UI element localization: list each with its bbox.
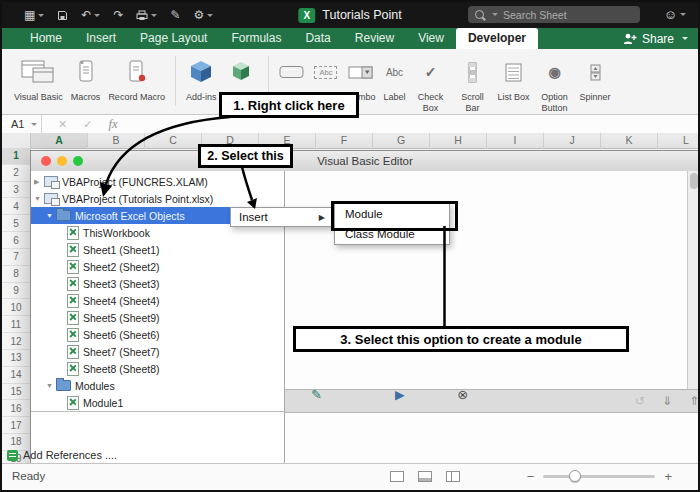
column-header[interactable]: A: [31, 133, 88, 148]
tree-item-sheet6[interactable]: Sheet6 (Sheet6): [31, 326, 284, 343]
column-header[interactable]: K: [601, 133, 658, 148]
tab-review[interactable]: Review: [343, 28, 406, 49]
tree-item-vbaproject-tutorials-point[interactable]: ▼ VBAProject (Tutorials Point.xlsx): [31, 190, 284, 207]
name-box[interactable]: A1: [2, 115, 42, 133]
add-references-item[interactable]: Add References ....: [7, 449, 117, 461]
search-input[interactable]: Search Sheet: [468, 6, 640, 23]
tab-data[interactable]: Data: [293, 28, 342, 49]
macros-button[interactable]: Macros: [71, 54, 101, 103]
row-header[interactable]: 16: [2, 400, 30, 417]
row-header[interactable]: 2: [2, 165, 30, 182]
row-header[interactable]: 8: [2, 266, 30, 283]
zoom-out-icon[interactable]: −: [527, 469, 535, 484]
scroll-bar-control[interactable]: Scroll Bar: [456, 54, 490, 114]
add-ins-button[interactable]: Add-ins: [186, 54, 217, 103]
column-header[interactable]: B: [88, 133, 145, 148]
row-header[interactable]: 10: [2, 299, 30, 316]
tree-item-sheet7[interactable]: Sheet7 (Sheet7): [31, 343, 284, 360]
chevron-right-icon[interactable]: ▶: [34, 178, 44, 186]
zoom-slider[interactable]: [543, 475, 655, 478]
tree-item-sheet1[interactable]: Sheet1 (Sheet1): [31, 241, 284, 258]
row-header[interactable]: 11: [2, 316, 30, 333]
column-header[interactable]: L: [658, 133, 698, 148]
row-header[interactable]: 6: [2, 232, 30, 249]
row-header[interactable]: 1: [2, 148, 30, 165]
vbe-titlebar[interactable]: Visual Basic Editor: [31, 151, 699, 172]
grid-icon[interactable]: ▦: [24, 9, 44, 21]
zoom-slider-knob[interactable]: [569, 470, 581, 482]
cancel-icon[interactable]: ✕: [58, 118, 67, 131]
tree-item-sheet8[interactable]: Sheet8 (Sheet8): [31, 360, 284, 377]
menu-item-class-module[interactable]: Class Module: [335, 224, 449, 244]
feedback-smiley-icon[interactable]: ☺: [664, 7, 686, 22]
visual-basic-button[interactable]: Visual Basic: [14, 54, 63, 103]
tree-item-sheet2[interactable]: Sheet2 (Sheet2): [31, 258, 284, 275]
tab-insert[interactable]: Insert: [74, 28, 128, 49]
tree-item-sheet4[interactable]: Sheet4 (Sheet4): [31, 292, 284, 309]
page-break-view-icon[interactable]: [446, 471, 460, 482]
run-icon[interactable]: ▶: [395, 389, 440, 413]
page-layout-view-icon[interactable]: [418, 471, 432, 482]
record-macro-button[interactable]: Record Macro: [108, 54, 165, 103]
scrollbar-thumb[interactable]: [690, 173, 698, 189]
save-icon[interactable]: [57, 10, 68, 21]
column-header[interactable]: H: [430, 133, 487, 148]
tree-item-vbaproject-funcres[interactable]: ▶ VBAProject (FUNCRES.XLAM): [31, 173, 284, 190]
menu-item-module[interactable]: Module: [335, 204, 449, 224]
tools-icon[interactable]: ⚙: [194, 9, 214, 21]
tab-home[interactable]: Home: [18, 28, 74, 49]
reset-icon[interactable]: ↺: [635, 395, 645, 407]
row-header[interactable]: 9: [2, 283, 30, 300]
row-header[interactable]: 3: [2, 182, 30, 199]
spinner-control[interactable]: Spinner: [580, 54, 611, 103]
context-menu-insert[interactable]: Insert ▶: [230, 207, 334, 227]
stop-icon[interactable]: ⊗: [457, 388, 618, 414]
zoom-window-icon[interactable]: [73, 156, 83, 166]
chevron-down-icon[interactable]: ▼: [34, 195, 44, 202]
row-header[interactable]: 17: [2, 417, 30, 434]
row-header[interactable]: 15: [2, 384, 30, 401]
check-box-control[interactable]: ✓ Check Box: [414, 54, 448, 114]
column-header[interactable]: F: [316, 133, 373, 148]
option-button-control[interactable]: ◉ Option Button: [538, 54, 572, 114]
tree-item-modules[interactable]: ▼ Modules: [31, 377, 284, 394]
close-icon[interactable]: [41, 156, 51, 166]
tab-developer[interactable]: Developer: [456, 28, 538, 49]
list-box-control[interactable]: List Box: [498, 54, 530, 103]
chevron-down-icon[interactable]: ▼: [46, 212, 56, 219]
column-header[interactable]: C: [145, 133, 202, 148]
chevron-down-icon[interactable]: ▼: [46, 382, 56, 389]
row-header[interactable]: 14: [2, 367, 30, 384]
row-header[interactable]: 13: [2, 350, 30, 367]
tab-formulas[interactable]: Formulas: [219, 28, 293, 49]
format-icon[interactable]: ✎: [170, 9, 180, 21]
minimize-icon[interactable]: [57, 156, 67, 166]
row-header[interactable]: 5: [2, 215, 30, 232]
insert-function-icon[interactable]: fx: [108, 117, 117, 132]
select-all-corner[interactable]: [2, 133, 31, 148]
column-header[interactable]: J: [544, 133, 601, 148]
step-out-icon[interactable]: ⇑: [689, 395, 699, 407]
redo-icon[interactable]: ↷: [113, 9, 123, 21]
column-header[interactable]: I: [487, 133, 544, 148]
step-into-icon[interactable]: ⇓: [662, 395, 672, 407]
tab-page-layout[interactable]: Page Layout: [128, 28, 219, 49]
normal-view-icon[interactable]: [390, 471, 404, 482]
tree-item-sheet3[interactable]: Sheet3 (Sheet3): [31, 275, 284, 292]
tree-item-microsoft-excel-objects[interactable]: ▼ Microsoft Excel Objects: [31, 207, 262, 224]
tree-item-sheet5[interactable]: Sheet5 (Sheet9): [31, 309, 284, 326]
print-icon[interactable]: [136, 10, 157, 21]
undo-icon[interactable]: ↶: [81, 9, 100, 21]
label-control[interactable]: Abc Label: [383, 54, 405, 103]
enter-icon[interactable]: ✓: [83, 118, 92, 131]
row-header[interactable]: 12: [2, 333, 30, 350]
row-header[interactable]: 7: [2, 249, 30, 266]
row-header[interactable]: 4: [2, 198, 30, 215]
tab-view[interactable]: View: [406, 28, 456, 49]
column-header[interactable]: G: [373, 133, 430, 148]
zoom-in-icon[interactable]: +: [664, 469, 672, 484]
share-button[interactable]: Share: [623, 28, 688, 49]
write-icon[interactable]: ✎: [311, 388, 378, 414]
scrollbar[interactable]: [687, 171, 699, 391]
tree-item-module1[interactable]: Module1: [31, 394, 284, 411]
